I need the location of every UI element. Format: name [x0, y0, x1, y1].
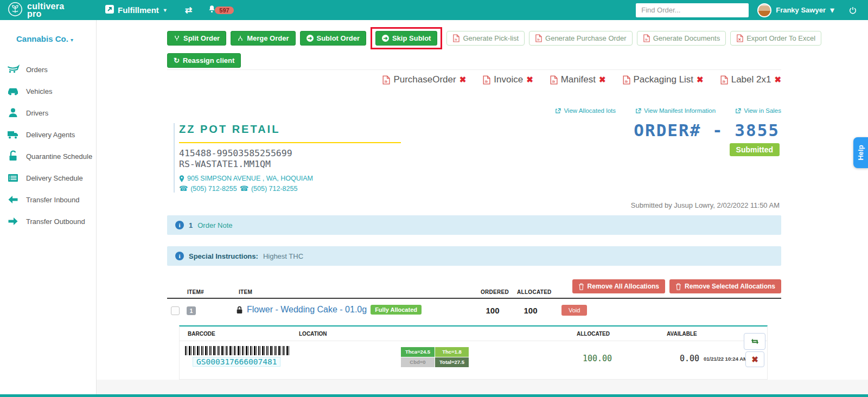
pdf-icon [452, 34, 459, 42]
switch-context-icon[interactable]: ⇄ [185, 5, 192, 15]
sublot-order-button[interactable]: ➜ Sublot Order [300, 31, 366, 46]
generate-picklist-button[interactable]: Generate Pick-list [446, 31, 525, 46]
skip-sublot-button[interactable]: ➜ Skip Sublot [375, 31, 438, 46]
user-menu[interactable]: Franky Sawyer ▾ [757, 3, 834, 17]
sidebar-item-transfer-outbound[interactable]: Transfer Outbound [0, 210, 96, 232]
allocated-quantity: 100 [514, 306, 547, 315]
column-header-item: ITEM [239, 289, 252, 295]
allocation-actions: Remove All Allocations Remove Selected A… [572, 279, 781, 293]
delete-document-icon[interactable]: ✖ [459, 75, 467, 85]
generate-purchase-order-button[interactable]: Generate Purchase Order [529, 31, 633, 46]
truck-icon [7, 128, 20, 141]
sidebar-item-transfer-inbound[interactable]: Transfer Inbound [0, 189, 96, 210]
column-header-sub-allocated: ALLOCATED [577, 331, 610, 337]
item-checkbox[interactable] [171, 306, 180, 315]
sidebar-item-orders[interactable]: Orders [0, 59, 96, 80]
allocation-detail-table: BARCODE LOCATION ALLOCATED AVAILABLE GS0… [179, 325, 768, 380]
top-bar: cultiverapro Fulfillment ▾ ⇄ 597 Franky … [0, 0, 868, 20]
yellow-divider [179, 142, 401, 143]
document-link-manifest[interactable]: Manifest ✖ [550, 74, 606, 85]
bottom-accent-bar [0, 394, 868, 397]
notifications-button[interactable]: 597 [207, 4, 233, 16]
view-manifest-information-link[interactable]: View Manifest Information [635, 107, 716, 114]
reassign-client-button[interactable]: ↻ Reassign client [167, 53, 241, 68]
delete-document-icon[interactable]: ✖ [774, 75, 781, 85]
sidebar-item-quarantine-schedule[interactable]: Quarantine Schedule [0, 145, 96, 167]
generated-documents-row: PurchaseOrder ✖ Invoice ✖ Manifest ✖ Pac… [167, 69, 781, 85]
brand-logo[interactable]: cultiverapro [0, 2, 97, 19]
thca-chip: Thca=24.5 [401, 347, 435, 357]
sidebar-item-label: Transfer Inbound [26, 196, 80, 204]
power-icon [848, 6, 857, 15]
notification-count-badge: 597 [215, 7, 233, 14]
module-label: Fulfillment [118, 5, 159, 15]
customer-address: 905 SIMPSON AVENUE , WA, HOQUIAM [179, 175, 407, 182]
sidebar-item-delivery-schedule[interactable]: Delivery Schedule [0, 167, 96, 189]
pdf-icon [535, 34, 542, 42]
module-switcher[interactable]: Fulfillment ▾ [105, 5, 167, 15]
split-order-button[interactable]: Split Order [167, 31, 226, 46]
arrow-circle-icon: ➜ [307, 35, 314, 42]
order-note-count: 1 [189, 221, 193, 229]
pdf-icon [382, 75, 390, 85]
barcode-block: GS000317666007481 [185, 346, 289, 367]
lock-icon [236, 306, 243, 314]
order-note-banner[interactable]: i 1 Order Note [167, 215, 781, 235]
logout-button[interactable] [848, 6, 857, 15]
sidebar-item-vehicles[interactable]: Vehicles [0, 80, 96, 102]
info-icon: i [175, 221, 184, 229]
pdf-icon [550, 75, 558, 85]
sidebar-item-drivers[interactable]: Drivers [0, 102, 96, 124]
trash-icon [578, 283, 584, 290]
ordered-quantity: 100 [476, 306, 509, 315]
document-link-invoice[interactable]: Invoice ✖ [482, 74, 533, 85]
order-note-label[interactable]: Order Note [197, 221, 232, 229]
order-number: ORDER# - 3855 [634, 120, 780, 140]
company-selector[interactable]: Cannabis Co. ▾ [16, 34, 96, 43]
remove-all-allocations-button[interactable]: Remove All Allocations [572, 279, 665, 293]
document-link-packaging-list[interactable]: Packaging List ✖ [622, 74, 704, 85]
thc-chip: Thc=1.8 [435, 347, 469, 357]
remove-selected-allocations-button[interactable]: Remove Selected Allocations [669, 279, 781, 293]
phone-number[interactable]: (505) 712-8255 [190, 185, 237, 193]
phone-number[interactable]: (505) 712-8255 [251, 185, 297, 193]
potency-chips: Thca=24.5 Thc=1.8 Cbd=0 Total=27.5 [401, 347, 469, 367]
phone-icon: ☎ [179, 184, 188, 193]
special-instructions-value: Highest THC [263, 252, 303, 260]
sidebar-item-delivery-agents[interactable]: Delivery Agents [0, 124, 96, 145]
document-link-label-2x1[interactable]: Label 2x1 ✖ [720, 74, 781, 85]
export-order-to-excel-button[interactable]: Export Order To Excel [730, 31, 821, 46]
view-in-sales-link[interactable]: View in Sales [735, 107, 781, 114]
item-number-badge: 1 [187, 306, 196, 315]
help-tab[interactable]: Help [853, 137, 868, 168]
reallocate-button[interactable] [744, 333, 765, 350]
sidebar-item-label: Orders [26, 66, 48, 74]
pdf-icon [622, 75, 630, 85]
view-allocated-lots-link[interactable]: View Allocated lots [555, 107, 616, 114]
person-icon [7, 106, 20, 119]
remove-allocation-button[interactable]: ✖ [745, 351, 764, 367]
pdf-icon [720, 75, 728, 85]
sub-allocated-value: 100.00 [567, 354, 627, 363]
delete-document-icon[interactable]: ✖ [697, 75, 704, 85]
item-name-link[interactable]: Flower - Wedding Cake - 01.0g [247, 305, 367, 315]
customer-block: ZZ POT RETAIL 415488-99503585255699 RS-W… [174, 123, 407, 193]
phone-icon: ☎ [240, 184, 248, 193]
find-order-input[interactable] [636, 3, 749, 17]
user-name: Franky Sawyer [776, 6, 826, 14]
customer-license-number: 415488-99503585255699 [179, 148, 407, 159]
car-icon [7, 85, 20, 98]
external-link-icon [735, 108, 741, 114]
barcode-image [185, 346, 289, 355]
delete-document-icon[interactable]: ✖ [599, 75, 606, 85]
merge-order-button[interactable]: Merge Order [231, 31, 295, 46]
available-timestamp: 01/21/22 10:24 AM [704, 356, 748, 362]
generate-documents-button[interactable]: Generate Documents [637, 31, 726, 46]
arrow-right-icon [7, 215, 20, 228]
delete-document-icon[interactable]: ✖ [526, 75, 533, 85]
barcode-number[interactable]: GS000317666007481 [193, 357, 280, 367]
document-link-purchaseorder[interactable]: PurchaseOrder ✖ [382, 74, 466, 85]
pdf-icon [643, 34, 650, 42]
refresh-icon: ↻ [174, 56, 180, 65]
void-button[interactable]: Void [561, 305, 587, 316]
